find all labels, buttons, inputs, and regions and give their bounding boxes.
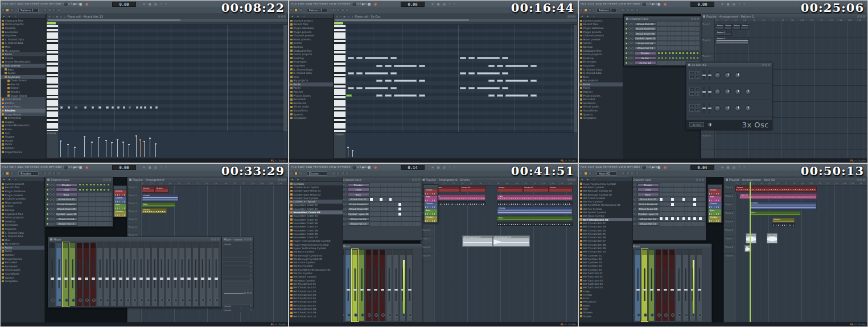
- browser-item[interactable]: IL shared data: [289, 71, 333, 75]
- volume-knob[interactable]: [52, 184, 55, 186]
- channel-button[interactable]: Rhodes: [348, 183, 369, 187]
- channel-row[interactable]: Attack Hat 06: [627, 217, 706, 222]
- fader-handle[interactable]: [57, 278, 61, 280]
- waveform-buttons[interactable]: ∿⊓◿≋: [689, 71, 700, 79]
- browser-item[interactable]: Scores: [579, 42, 623, 45]
- channel-row[interactable]: Attack Hat 13: [338, 222, 422, 227]
- mixer-track-strip[interactable]: [56, 242, 62, 307]
- fl-logo-icon[interactable]: [641, 165, 647, 170]
- window-controls[interactable]: [244, 238, 252, 241]
- pan-knob[interactable]: [628, 32, 631, 35]
- step-sequencer[interactable]: [78, 183, 112, 187]
- fader-handle[interactable]: [347, 289, 350, 291]
- track-label[interactable]: Track 6: [421, 228, 434, 237]
- channel-button[interactable]: Attack Snare 08: [348, 207, 369, 211]
- step-sequencer[interactable]: [657, 56, 700, 60]
- volume-knob[interactable]: [344, 188, 347, 191]
- fader-handle[interactable]: [215, 278, 218, 280]
- volume-knob[interactable]: [634, 218, 636, 220]
- mixer-track-strip[interactable]: [345, 249, 351, 321]
- step-sequencer[interactable]: [78, 202, 112, 206]
- midi-note[interactable]: [419, 65, 425, 67]
- step-sequencer[interactable]: [660, 202, 705, 206]
- playlist-clip[interactable]: Hats: [434, 194, 486, 200]
- midi-note[interactable]: [144, 106, 146, 109]
- midi-note[interactable]: [106, 106, 108, 109]
- fx-slot[interactable]: [223, 254, 253, 257]
- browser-item[interactable]: IL shared data: [1, 42, 46, 45]
- mixer-track-strip[interactable]: [138, 242, 144, 307]
- fader-handle[interactable]: [636, 289, 640, 291]
- coarse-knob[interactable]: [714, 89, 721, 95]
- piano-roll-icon[interactable]: [626, 172, 630, 175]
- browser-icon[interactable]: [635, 172, 639, 175]
- volume-knob[interactable]: [52, 213, 55, 215]
- pencil-tool-icon[interactable]: [6, 172, 9, 175]
- mixer-titlebar[interactable]: Mixer: [627, 244, 711, 249]
- channel-button[interactable]: Cymbal - open 10: [635, 36, 656, 40]
- volume-knob[interactable]: [344, 223, 347, 225]
- midi-note[interactable]: [84, 106, 87, 109]
- window-controls[interactable]: [103, 179, 111, 181]
- browser-item[interactable]: Clean Grand: [1, 79, 46, 83]
- browser-item[interactable]: Plugin database: [579, 26, 623, 30]
- velocity-spike[interactable]: [129, 144, 129, 157]
- browser-item[interactable]: Recorded: [1, 154, 46, 154]
- fader-handle[interactable]: [664, 289, 667, 291]
- browser-item[interactable]: Vocals: [1, 139, 46, 143]
- browser-item[interactable]: Mixer presets: [579, 38, 623, 42]
- track-label[interactable]: Track 8: [724, 245, 735, 254]
- midi-note[interactable]: [390, 87, 397, 89]
- picker-pattern[interactable]: Bass: [709, 209, 721, 216]
- fx-mix-knob[interactable]: [250, 270, 252, 272]
- waveform-buttons[interactable]: ∿⊓◿≋: [689, 88, 700, 96]
- volume-knob[interactable]: [52, 208, 55, 210]
- playlist-clip[interactable]: Ref ChinaCrash 01: [746, 233, 756, 243]
- mixer-titlebar[interactable]: Mixer: [48, 237, 221, 242]
- step-cell[interactable]: [688, 217, 691, 220]
- pan-knob[interactable]: [628, 42, 631, 44]
- forward-icon[interactable]: ▸: [298, 14, 299, 18]
- track-label[interactable]: Track 5: [724, 220, 735, 228]
- browser-item[interactable]: Demo projects: [1, 23, 46, 27]
- velocity-spike[interactable]: [123, 142, 124, 157]
- channel-button[interactable]: Cymbal - open 10: [348, 212, 369, 216]
- browser-item[interactable]: My projects: [289, 79, 333, 83]
- channel-row[interactable]: Attack Snare 08: [624, 31, 701, 36]
- loop-marker[interactable]: [334, 22, 343, 24]
- browser-item[interactable]: Guitar: [1, 71, 46, 75]
- step-cell[interactable]: [398, 203, 401, 206]
- velocity-spike[interactable]: [60, 140, 61, 157]
- midi-note[interactable]: [68, 106, 70, 109]
- midi-note[interactable]: [112, 106, 114, 109]
- pan-knob[interactable]: [628, 57, 631, 59]
- browser-item[interactable]: Desktop: [1, 220, 44, 223]
- channel-button[interactable]: Rhodes: [637, 183, 659, 187]
- back-icon[interactable]: ◂: [581, 177, 583, 181]
- toolbar-icons[interactable]: ≡ ▦ ▤ ♪ ⌗: [721, 165, 746, 169]
- browser-item[interactable]: Rhodes: [1, 90, 46, 94]
- fx-fader-area[interactable]: [223, 282, 253, 304]
- step-sequencer[interactable]: [660, 193, 705, 197]
- track-label[interactable]: Track 6: [724, 228, 735, 237]
- mixer-track-strip[interactable]: [69, 242, 76, 307]
- browser-toolbar[interactable]: ◂▸⌕: [289, 14, 333, 19]
- browser-item[interactable]: Impulses: [1, 34, 46, 38]
- midi-note[interactable]: [356, 87, 363, 89]
- midi-note[interactable]: [140, 106, 142, 109]
- plugin-titlebar[interactable]: 3x Osc #2: [686, 63, 772, 67]
- piano-roll-icon[interactable]: [626, 9, 630, 12]
- midi-note[interactable]: [505, 65, 528, 67]
- fader-handle[interactable]: [677, 289, 681, 291]
- browser-item[interactable]: Soundfonts: [289, 109, 333, 113]
- pan-knob[interactable]: [745, 105, 751, 111]
- volume-knob[interactable]: [52, 223, 55, 225]
- browser-item[interactable]: Clipboard files: [1, 212, 44, 216]
- forward-icon[interactable]: ▸: [9, 177, 11, 181]
- volume-knob[interactable]: [344, 208, 347, 210]
- channel-led[interactable]: [47, 208, 48, 210]
- fader-handle[interactable]: [119, 278, 122, 280]
- channel-row[interactable]: Lead: [46, 188, 113, 193]
- volume-knob[interactable]: [634, 193, 636, 196]
- playlist-clip[interactable]: Drums: [497, 186, 523, 192]
